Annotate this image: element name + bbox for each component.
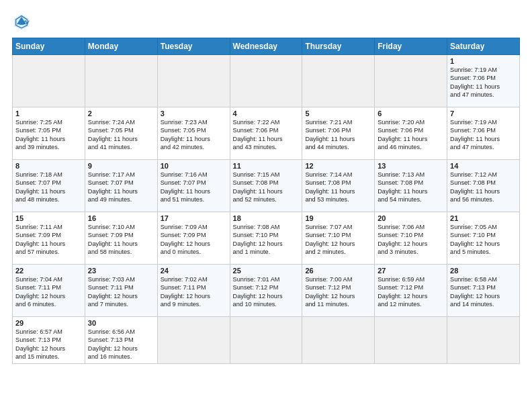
table-row: 23Sunrise: 7:03 AMSunset: 7:11 PMDayligh… — [85, 265, 157, 317]
day-detail: Sunset: 7:08 PM — [233, 179, 300, 187]
table-row — [375, 317, 447, 364]
calendar-table: Sunday Monday Tuesday Wednesday Thursday… — [12, 38, 520, 364]
table-row: 27Sunrise: 6:59 AMSunset: 7:12 PMDayligh… — [375, 265, 447, 317]
day-detail: Daylight: 11 hours — [88, 135, 154, 143]
day-detail: and 6 minutes. — [15, 300, 82, 308]
day-detail: Sunrise: 7:01 AM — [233, 275, 300, 283]
day-detail: Sunset: 7:10 PM — [233, 231, 300, 239]
day-detail: Sunset: 7:07 PM — [15, 179, 82, 187]
day-detail: Daylight: 12 hours — [305, 240, 371, 248]
day-detail: Daylight: 12 hours — [161, 240, 227, 248]
day-number: 24 — [161, 267, 227, 275]
day-detail: Sunrise: 7:05 AM — [450, 223, 517, 231]
day-detail: Daylight: 12 hours — [88, 292, 154, 300]
day-detail: and 41 minutes. — [88, 143, 154, 151]
day-detail: Sunrise: 7:15 AM — [233, 171, 300, 179]
day-detail: Sunset: 7:12 PM — [305, 283, 371, 291]
day-detail: Daylight: 11 hours — [15, 187, 82, 195]
day-number: 8 — [15, 162, 82, 170]
day-detail: Sunrise: 7:22 AM — [233, 118, 300, 126]
table-row — [302, 317, 375, 364]
day-detail: and 16 minutes. — [88, 353, 154, 361]
day-number: 20 — [378, 214, 444, 222]
day-detail: Sunrise: 7:11 AM — [15, 223, 82, 231]
table-row: 18Sunrise: 7:08 AMSunset: 7:10 PMDayligh… — [230, 212, 302, 265]
calendar-header-row: Sunday Monday Tuesday Wednesday Thursday… — [13, 38, 520, 55]
day-detail: and 54 minutes. — [378, 195, 444, 203]
day-detail: Sunset: 7:11 PM — [161, 283, 227, 291]
day-detail: Sunset: 7:08 PM — [450, 179, 517, 187]
day-detail: and 3 minutes. — [378, 248, 444, 256]
table-row: 9Sunrise: 7:17 AMSunset: 7:07 PMDaylight… — [85, 160, 157, 212]
table-row: 24Sunrise: 7:02 AMSunset: 7:11 PMDayligh… — [157, 265, 230, 317]
day-number: 3 — [161, 109, 227, 118]
day-detail: Sunrise: 7:20 AM — [378, 118, 444, 126]
day-detail: Sunset: 7:08 PM — [378, 179, 444, 187]
day-detail: Daylight: 11 hours — [161, 187, 227, 195]
day-detail: Daylight: 11 hours — [305, 135, 371, 143]
day-number: 1 — [15, 109, 82, 118]
table-row: 10Sunrise: 7:16 AMSunset: 7:07 PMDayligh… — [157, 160, 230, 212]
day-detail: Daylight: 12 hours — [378, 240, 444, 248]
day-detail: and 12 minutes. — [378, 300, 444, 308]
table-row: 29Sunrise: 6:57 AMSunset: 7:13 PMDayligh… — [13, 317, 85, 364]
day-detail: Sunset: 7:09 PM — [161, 231, 227, 239]
logo-icon — [12, 12, 31, 31]
day-detail: Sunrise: 7:00 AM — [305, 275, 371, 283]
day-number: 1 — [450, 57, 517, 65]
calendar-week-row: 15Sunrise: 7:11 AMSunset: 7:09 PMDayligh… — [13, 212, 520, 265]
day-detail: Daylight: 12 hours — [378, 292, 444, 300]
day-detail: and 15 minutes. — [15, 353, 82, 361]
table-row: 17Sunrise: 7:09 AMSunset: 7:09 PMDayligh… — [157, 212, 230, 265]
day-detail: Sunset: 7:06 PM — [450, 74, 517, 82]
day-detail: Daylight: 11 hours — [161, 135, 227, 143]
day-number: 22 — [15, 267, 82, 275]
day-detail: Sunrise: 7:19 AM — [450, 66, 517, 74]
day-detail: and 44 minutes. — [305, 143, 371, 151]
day-detail: Sunrise: 7:23 AM — [161, 118, 227, 126]
day-detail: and 7 minutes. — [88, 300, 154, 308]
day-detail: and 39 minutes. — [15, 143, 82, 151]
day-detail: and 52 minutes. — [233, 195, 300, 203]
day-detail: Sunset: 7:05 PM — [161, 126, 227, 134]
day-detail: Sunset: 7:08 PM — [305, 179, 371, 187]
col-friday: Friday — [375, 38, 447, 55]
day-detail: and 49 minutes. — [88, 195, 154, 203]
day-detail: Sunrise: 7:13 AM — [378, 171, 444, 179]
day-detail: Sunset: 7:07 PM — [88, 179, 154, 187]
day-detail: Sunrise: 7:04 AM — [15, 275, 82, 283]
day-detail: Sunrise: 7:07 AM — [305, 223, 371, 231]
day-number: 4 — [233, 109, 300, 118]
day-detail: Daylight: 12 hours — [15, 292, 82, 300]
day-number: 6 — [378, 109, 444, 118]
day-detail: Daylight: 11 hours — [450, 135, 517, 143]
day-detail: Sunset: 7:10 PM — [378, 231, 444, 239]
day-number: 26 — [305, 267, 371, 275]
calendar-week-row: 8Sunrise: 7:18 AMSunset: 7:07 PMDaylight… — [13, 160, 520, 212]
day-detail: Daylight: 12 hours — [88, 345, 154, 353]
day-detail: and 43 minutes. — [233, 143, 300, 151]
day-detail: Sunrise: 7:21 AM — [305, 118, 371, 126]
day-number: 18 — [233, 214, 300, 222]
day-detail: Sunset: 7:09 PM — [88, 231, 154, 239]
day-number: 16 — [88, 214, 154, 222]
calendar-week-row: 22Sunrise: 7:04 AMSunset: 7:11 PMDayligh… — [13, 265, 520, 317]
table-row — [13, 55, 85, 107]
day-detail: and 47 minutes. — [450, 91, 517, 99]
day-number: 13 — [378, 162, 444, 170]
day-detail: Daylight: 11 hours — [88, 187, 154, 195]
day-detail: and 14 minutes. — [450, 300, 517, 308]
day-detail: Sunset: 7:13 PM — [88, 336, 154, 344]
day-number: 27 — [378, 267, 444, 275]
day-detail: and 11 minutes. — [305, 300, 371, 308]
day-detail: Daylight: 12 hours — [450, 292, 517, 300]
day-detail: Daylight: 11 hours — [378, 187, 444, 195]
day-detail: Sunset: 7:10 PM — [450, 231, 517, 239]
day-detail: and 0 minutes. — [161, 248, 227, 256]
day-detail: and 58 minutes. — [88, 248, 154, 256]
day-detail: Daylight: 11 hours — [450, 83, 517, 91]
table-row: 25Sunrise: 7:01 AMSunset: 7:12 PMDayligh… — [230, 265, 302, 317]
table-row: 6Sunrise: 7:20 AMSunset: 7:06 PMDaylight… — [375, 107, 447, 160]
day-detail: Sunrise: 7:25 AM — [15, 118, 82, 126]
table-row — [302, 55, 375, 107]
